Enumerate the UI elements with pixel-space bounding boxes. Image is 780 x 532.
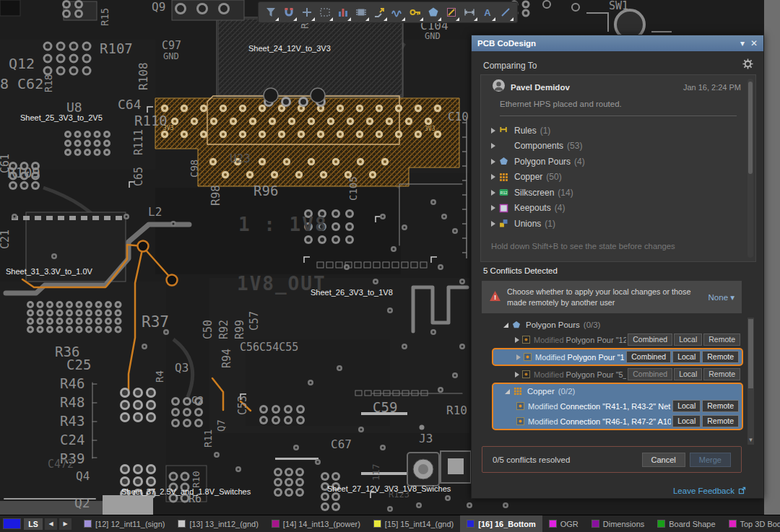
- ref-designator: U8: [66, 101, 82, 114]
- combined-resolution-button[interactable]: Combined: [628, 368, 672, 380]
- local-resolution-button[interactable]: Local: [674, 333, 702, 346]
- scroll-down-icon[interactable]: ▼: [748, 437, 754, 443]
- remote-resolution-button[interactable]: Remote: [702, 400, 739, 412]
- remote-resolution-button[interactable]: Remote: [702, 415, 739, 427]
- layer-tab-top-3d-body[interactable]: Top 3D Body: [722, 515, 780, 532]
- combined-resolution-button[interactable]: Combined: [626, 351, 671, 363]
- dimension-tool-icon[interactable]: [460, 3, 478, 22]
- local-resolution-button[interactable]: Local: [672, 415, 701, 427]
- ref-designator: L2: [148, 206, 162, 218]
- expand-icon[interactable]: [515, 372, 519, 378]
- expand-icon[interactable]: [491, 159, 495, 165]
- panel-close-icon[interactable]: ✕: [750, 38, 758, 48]
- expand-icon[interactable]: [491, 190, 495, 196]
- collapse-icon[interactable]: [503, 323, 508, 328]
- conflict-row[interactable]: ModifiedPolygon Pour "12_I…CombinedLocal…: [492, 332, 743, 347]
- ref-designator: 3V3: [163, 126, 173, 131]
- wave-tool-icon[interactable]: [388, 3, 406, 22]
- layer-tab-bar: LS ◀ ▶ [12] 12_int11_(sign) [13] 13_int1…: [0, 515, 780, 532]
- local-resolution-button[interactable]: Local: [672, 351, 701, 363]
- ref-designator: C10: [448, 111, 469, 123]
- expand-icon[interactable]: [491, 128, 495, 134]
- ref-designator: 8 C62: [0, 77, 43, 91]
- expand-icon[interactable]: [491, 205, 495, 211]
- conflict-row[interactable]: ModifiedPolygon Pour "16_B…CombinedLocal…: [493, 349, 742, 365]
- category-components[interactable]: Components (53): [491, 139, 741, 154]
- remote-resolution-button[interactable]: Remote: [703, 368, 740, 380]
- ref-designator: C21: [0, 230, 11, 249]
- local-resolution-button[interactable]: Local: [672, 400, 701, 412]
- layer-tab-dimensions[interactable]: Dimensions: [585, 515, 651, 532]
- text-tool-icon[interactable]: A: [478, 3, 496, 22]
- resolution-mode-dropdown[interactable]: None ▾: [708, 292, 734, 302]
- layer-tab-board-shape[interactable]: Board Shape: [651, 515, 722, 532]
- sheet-label: Sheet_27_12V_3V3_1V8_Swiches: [327, 485, 451, 493]
- combined-resolution-button[interactable]: Combined: [628, 333, 672, 346]
- layer-tab--13-13-int12-gnd-[interactable]: [13] 13_int12_(gnd): [171, 515, 264, 532]
- scroll-layers-right-icon[interactable]: ▶: [59, 518, 72, 530]
- cross-tool-icon[interactable]: [298, 3, 316, 22]
- pad-tool-icon[interactable]: [442, 3, 460, 22]
- merge-button[interactable]: Merge: [690, 453, 731, 467]
- line-tool-icon[interactable]: [496, 3, 514, 22]
- expand-icon[interactable]: [491, 174, 495, 180]
- expand-icon[interactable]: [491, 221, 495, 227]
- layer-tab-ogr[interactable]: OGR: [542, 515, 585, 532]
- chart-tool-icon[interactable]: [334, 3, 352, 22]
- collapse-icon[interactable]: [505, 389, 510, 394]
- leave-feedback-link[interactable]: Leave Feedback: [673, 487, 734, 495]
- category-polygon-pours[interactable]: Polygon Pours (4): [491, 154, 741, 170]
- magnet-tool-icon[interactable]: [280, 3, 298, 22]
- compare-scrollbar[interactable]: [748, 79, 753, 258]
- ref-designator: 117: [371, 464, 381, 481]
- expand-icon[interactable]: [515, 337, 519, 343]
- layer-tab--15-15-int14-gnd-[interactable]: [15] 15_int14_(gnd): [367, 515, 460, 532]
- ref-designator: 1 : 1V8: [238, 215, 328, 234]
- commit-message: Ethernet HPS placed and routed.: [500, 100, 622, 108]
- category-silkscreen[interactable]: R12 Silkscreen (14): [491, 185, 741, 201]
- conflict-row[interactable]: ModifiedPolygon Pour "5_int…CombinedLoca…: [492, 367, 743, 382]
- ref-designator: C25: [66, 358, 91, 372]
- route-tool-icon[interactable]: [370, 3, 388, 22]
- active-bar-toolbar[interactable]: A: [258, 1, 518, 23]
- filter-tool-icon[interactable]: [261, 3, 280, 22]
- current-layer-color-swatch[interactable]: [3, 518, 21, 529]
- copper-icon: [513, 386, 523, 396]
- expand-icon[interactable]: [491, 143, 495, 149]
- category-unions[interactable]: Unions (1): [491, 216, 741, 232]
- key-tool-icon[interactable]: [406, 3, 424, 22]
- scroll-layers-left-icon[interactable]: ◀: [45, 518, 57, 530]
- remote-resolution-button[interactable]: Remote: [703, 333, 740, 346]
- layer-tab--12-12-int11-sign-[interactable]: [12] 12_int11_(sign): [77, 515, 171, 532]
- expand-icon[interactable]: [516, 354, 521, 360]
- svg-text:R12: R12: [500, 191, 508, 195]
- polygon-pour-icon: [511, 320, 521, 330]
- ref-designator: C64: [118, 98, 142, 111]
- conflict-row[interactable]: ModifiedConnection "R41-1, R43-2" Net…Lo…: [493, 398, 742, 414]
- conflict-row[interactable]: ModifiedConnection "R46-1, R47-2" A10_…L…: [493, 414, 742, 429]
- component-tool-icon[interactable]: [352, 3, 370, 22]
- local-resolution-button[interactable]: Local: [674, 368, 702, 380]
- conflict-group-polygon-pours[interactable]: Polygon Pours(0/3): [492, 318, 743, 332]
- panel-header[interactable]: PCB CoDesign ▾ ✕: [472, 35, 763, 51]
- category-rules[interactable]: Rules (1): [491, 123, 741, 139]
- cancel-button[interactable]: Cancel: [642, 453, 685, 467]
- conflict-group-copper[interactable]: Copper(0/2): [493, 384, 742, 398]
- layer-color-swatch: [467, 520, 474, 528]
- sheet-label: Sheet_37_2.5V_and_1.8V_Switches: [121, 488, 251, 496]
- remote-resolution-button[interactable]: Remote: [702, 351, 739, 363]
- ref-designator: R110: [134, 114, 168, 128]
- ref-designator: U23: [230, 153, 251, 165]
- shift-b-hint: Hold down Shift+B to see the state befor…: [491, 242, 675, 250]
- panel-menu-icon[interactable]: ▾: [740, 38, 745, 48]
- category-copper[interactable]: Copper (50): [491, 170, 741, 186]
- conflict-scrollbar[interactable]: ▼: [748, 318, 754, 445]
- select-area-tool-icon[interactable]: [316, 3, 334, 22]
- category-keepouts[interactable]: Keepouts (4): [491, 201, 741, 217]
- ref-designator: C59: [373, 401, 397, 414]
- layer-sets-button[interactable]: LS: [24, 518, 43, 530]
- settings-gear-icon[interactable]: [742, 58, 753, 72]
- layer-tab--16-16-bottom[interactable]: [16] 16_Bottom: [460, 515, 542, 532]
- layer-tab--14-14-int13-power-[interactable]: [14] 14_int13_(power): [265, 515, 367, 532]
- polygon-pour-tool-icon[interactable]: [424, 3, 442, 22]
